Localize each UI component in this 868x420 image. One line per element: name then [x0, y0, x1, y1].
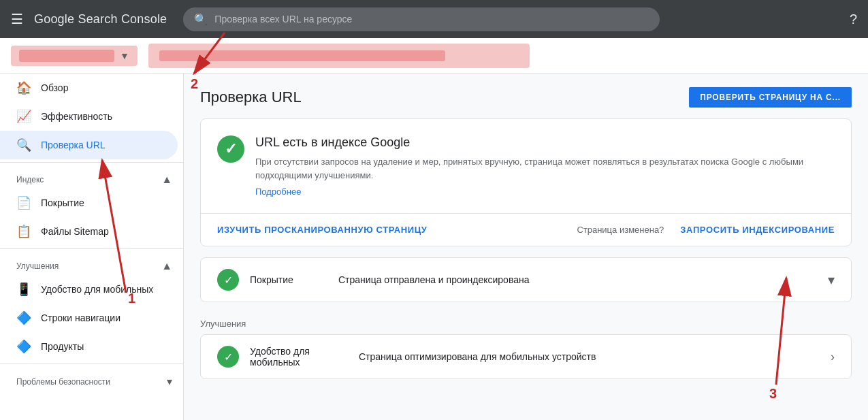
- status-header: ✓ URL есть в индексе Google При отсутств…: [217, 135, 835, 197]
- sub-header: ▼: [0, 38, 868, 74]
- security-section-label: Проблемы безопасности: [16, 377, 110, 387]
- chevron-right-icon: ›: [831, 350, 835, 364]
- search-bar-container: 🔍: [183, 7, 660, 31]
- coverage-expand-icon: ▾: [828, 272, 835, 288]
- action-buttons-row: ИЗУЧИТЬ ПРОСКАНИРОВАННУЮ СТРАНИЦУ Страни…: [201, 213, 851, 246]
- url-bar-text: [159, 50, 445, 61]
- request-indexing-button[interactable]: ЗАПРОСИТЬ ИНДЕКСИРОВАНИЕ: [680, 225, 835, 235]
- page-header: Проверка URL ПРОВЕРИТЬ СТРАНИЦУ НА С...: [184, 74, 868, 118]
- improvement-checkmark-icon: ✓: [224, 351, 233, 364]
- sidebar-item-url-inspection-label: Проверка URL: [41, 140, 106, 150]
- url-bar: [148, 44, 530, 68]
- sidebar-item-overview-label: Обзор: [41, 82, 68, 93]
- page-changed-label: Страница изменена?: [577, 225, 664, 235]
- sidebar-section-index[interactable]: Индекс ▲: [0, 165, 183, 189]
- improvements-section-label: Улучшения: [16, 261, 59, 271]
- sidebar-item-overview[interactable]: 🏠 Обзор: [0, 74, 178, 102]
- sidebar-item-mobile-label: Удобство для мобильных: [41, 284, 153, 295]
- examine-page-button[interactable]: ИЗУЧИТЬ ПРОСКАНИРОВАННУЮ СТРАНИЦУ: [217, 225, 428, 235]
- sitemaps-icon: 📋: [16, 224, 30, 239]
- search-input[interactable]: [214, 14, 649, 25]
- search-bar: 🔍: [183, 7, 660, 31]
- status-title: URL есть в индексе Google: [255, 135, 835, 150]
- home-icon: 🏠: [16, 80, 30, 95]
- url-status-section: ✓ URL есть в индексе Google При отсутств…: [201, 119, 851, 213]
- status-card: ✓ URL есть в индексе Google При отсутств…: [200, 118, 852, 246]
- index-section-label: Индекс: [16, 175, 44, 184]
- coverage-checkmark-icon: ✓: [224, 274, 233, 287]
- sidebar-divider-2: [0, 248, 183, 249]
- main-layout: 🏠 Обзор 📈 Эффективность 🔍 Проверка URL И…: [0, 74, 868, 420]
- sidebar-section-security[interactable]: Проблемы безопасности ▾: [0, 367, 183, 391]
- improvement-label: Удобство для мобильных: [250, 346, 359, 368]
- status-content: URL есть в индексе Google При отсутствии…: [255, 135, 835, 197]
- property-label: [19, 50, 114, 62]
- improvement-status-text: Страница оптимизирована для мобильных ус…: [359, 351, 831, 362]
- performance-icon: 📈: [16, 109, 30, 124]
- page-title: Проверка URL: [200, 88, 302, 106]
- coverage-label: Покрытие: [250, 274, 338, 285]
- checkmark-icon: ✓: [225, 140, 237, 158]
- sidebar-section-improvements[interactable]: Улучшения ▲: [0, 252, 183, 275]
- status-link[interactable]: Подробнее: [255, 187, 301, 197]
- collapse-icon-improvements: ▲: [161, 260, 172, 272]
- breadcrumbs-icon: 🔷: [16, 310, 30, 325]
- sidebar-item-breadcrumbs-label: Строки навигации: [41, 312, 120, 323]
- sidebar: 🏠 Обзор 📈 Эффективность 🔍 Проверка URL И…: [0, 74, 184, 420]
- collapse-icon-security: ▾: [167, 375, 172, 388]
- products-icon: 🔷: [16, 339, 30, 354]
- coverage-icon-sidebar: 📄: [16, 195, 30, 210]
- coverage-row[interactable]: ✓ Покрытие Страница отправлена и проинде…: [200, 257, 852, 302]
- status-icon-circle: ✓: [217, 135, 244, 163]
- sidebar-item-coverage[interactable]: 📄 Покрытие: [0, 189, 178, 217]
- app-title: Google Search Console: [34, 12, 167, 27]
- sidebar-item-products-label: Продукты: [41, 341, 84, 352]
- top-header: ☰ Google Search Console 🔍 ?: [0, 0, 868, 38]
- sidebar-item-products[interactable]: 🔷 Продукты: [0, 332, 178, 361]
- sidebar-item-coverage-label: Покрытие: [41, 197, 84, 208]
- improvements-section-label: Улучшения: [184, 313, 868, 332]
- hamburger-menu-icon[interactable]: ☰: [11, 11, 23, 27]
- improvement-status-icon: ✓: [217, 346, 239, 368]
- coverage-status-icon: ✓: [217, 269, 239, 291]
- sidebar-item-performance[interactable]: 📈 Эффективность: [0, 102, 178, 131]
- mobile-icon: 📱: [16, 282, 30, 297]
- dropdown-arrow-icon: ▼: [120, 50, 129, 61]
- sidebar-item-mobile[interactable]: 📱 Удобство для мобильных: [0, 275, 178, 304]
- sidebar-divider-1: [0, 162, 183, 163]
- check-page-button[interactable]: ПРОВЕРИТЬ СТРАНИЦУ НА С...: [689, 87, 852, 108]
- sidebar-item-sitemaps[interactable]: 📋 Файлы Sitemap: [0, 217, 178, 246]
- sidebar-item-breadcrumbs[interactable]: 🔷 Строки навигации: [0, 304, 178, 332]
- search-icon: 🔍: [194, 13, 208, 26]
- content-area: Проверка URL ПРОВЕРИТЬ СТРАНИЦУ НА С... …: [184, 74, 868, 420]
- help-icon[interactable]: ?: [850, 12, 857, 27]
- property-selector[interactable]: ▼: [11, 46, 138, 66]
- sidebar-item-performance-label: Эффективность: [41, 111, 112, 122]
- status-description: При отсутствии запросов на удаление и ме…: [255, 155, 835, 182]
- sidebar-divider-3: [0, 364, 183, 364]
- coverage-status-text: Страница отправлена и проиндексирована: [338, 274, 828, 285]
- sidebar-item-sitemaps-label: Файлы Sitemap: [41, 226, 109, 237]
- improvement-row-mobile[interactable]: ✓ Удобство для мобильных Страница оптими…: [200, 334, 852, 379]
- url-inspection-icon: 🔍: [16, 138, 30, 152]
- sidebar-item-url-inspection[interactable]: 🔍 Проверка URL: [0, 131, 178, 159]
- collapse-icon-index: ▲: [161, 174, 172, 186]
